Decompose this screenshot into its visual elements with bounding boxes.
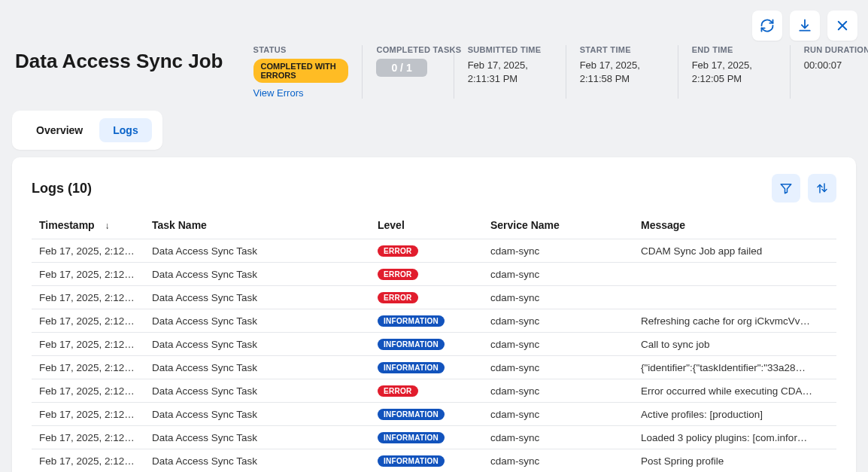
table-row[interactable]: Feb 17, 2025, 2:12:…Data Access Sync Tas… [32, 333, 836, 356]
close-icon [836, 19, 849, 32]
cell-level: INFORMATION [370, 449, 483, 473]
cell-service: cdam-sync [483, 449, 633, 473]
cell-task: Data Access Sync Task [144, 263, 370, 286]
table-row[interactable]: Feb 17, 2025, 2:12:…Data Access Sync Tas… [32, 286, 836, 309]
table-row[interactable]: Feb 17, 2025, 2:12:…Data Access Sync Tas… [32, 356, 836, 379]
cell-message: Active profiles: [production] [633, 403, 836, 426]
cell-message: Post Spring profile [633, 449, 836, 473]
cell-timestamp: Feb 17, 2025, 2:12:… [32, 239, 144, 263]
col-message[interactable]: Message [633, 213, 836, 239]
cell-task: Data Access Sync Task [144, 286, 370, 309]
end-label: END TIME [692, 45, 776, 54]
cell-task: Data Access Sync Task [144, 356, 370, 379]
cell-message: {"identifier":{"taskIdentifier":"33a28… [633, 356, 836, 379]
cell-level: ERROR [370, 286, 483, 309]
tasks-block: COMPLETED TASKS 0 / 1 [363, 45, 454, 99]
cell-service: cdam-sync [483, 333, 633, 356]
table-row[interactable]: Feb 17, 2025, 2:12:…Data Access Sync Tas… [32, 309, 836, 333]
cell-task: Data Access Sync Task [144, 239, 370, 263]
cell-task: Data Access Sync Task [144, 309, 370, 333]
status-label: STATUS [253, 45, 349, 54]
cell-level: INFORMATION [370, 356, 483, 379]
cell-level: ERROR [370, 263, 483, 286]
cell-service: cdam-sync [483, 263, 633, 286]
duration-block: RUN DURATION 00:00:07 [791, 45, 853, 99]
cell-task: Data Access Sync Task [144, 426, 370, 449]
cell-message: Call to sync job [633, 333, 836, 356]
cell-task: Data Access Sync Task [144, 379, 370, 403]
table-row[interactable]: Feb 17, 2025, 2:12:…Data Access Sync Tas… [32, 379, 836, 403]
end-block: END TIME Feb 17, 2025, 2:12:05 PM [678, 45, 791, 99]
level-badge: ERROR [378, 385, 418, 397]
filter-button[interactable] [772, 174, 800, 203]
cell-level: INFORMATION [370, 309, 483, 333]
cell-timestamp: Feb 17, 2025, 2:12:… [32, 356, 144, 379]
cell-service: cdam-sync [483, 286, 633, 309]
logs-card: Logs (10) Timestamp ↓ Task Name Level Se… [12, 157, 856, 472]
cell-task: Data Access Sync Task [144, 333, 370, 356]
status-badge: COMPLETED WITH ERRORS [253, 59, 349, 83]
cell-timestamp: Feb 17, 2025, 2:12:… [32, 309, 144, 333]
table-row[interactable]: Feb 17, 2025, 2:12:…Data Access Sync Tas… [32, 449, 836, 473]
cell-service: cdam-sync [483, 356, 633, 379]
start-block: START TIME Feb 17, 2025, 2:11:58 PM [566, 45, 678, 99]
table-row[interactable]: Feb 17, 2025, 2:12:…Data Access Sync Tas… [32, 426, 836, 449]
sort-arrows-icon [815, 181, 829, 195]
cell-timestamp: Feb 17, 2025, 2:12:… [32, 403, 144, 426]
download-button[interactable] [790, 11, 820, 41]
cell-task: Data Access Sync Task [144, 449, 370, 473]
cell-level: INFORMATION [370, 333, 483, 356]
sort-desc-icon: ↓ [105, 221, 110, 231]
submitted-block: SUBMITTED TIME Feb 17, 2025, 2:11:31 PM [454, 45, 566, 99]
cell-message: Refreshing cache for org iCkvmcVv… [633, 309, 836, 333]
page-title: Data Access Sync Job [15, 45, 223, 73]
refresh-button[interactable] [752, 11, 782, 41]
duration-value: 00:00:07 [804, 59, 853, 72]
level-badge: INFORMATION [378, 455, 445, 467]
start-value: Feb 17, 2025, 2:11:58 PM [580, 59, 664, 85]
col-level[interactable]: Level [370, 213, 483, 239]
cell-level: ERROR [370, 239, 483, 263]
level-badge: INFORMATION [378, 409, 445, 420]
col-service[interactable]: Service Name [483, 213, 633, 239]
cell-timestamp: Feb 17, 2025, 2:12:… [32, 286, 144, 309]
cell-service: cdam-sync [483, 239, 633, 263]
cell-task: Data Access Sync Task [144, 403, 370, 426]
cell-timestamp: Feb 17, 2025, 2:12:… [32, 333, 144, 356]
cell-service: cdam-sync [483, 426, 633, 449]
cell-message: Error occurred while executing CDA… [633, 379, 836, 403]
start-label: START TIME [580, 45, 664, 54]
table-row[interactable]: Feb 17, 2025, 2:12:…Data Access Sync Tas… [32, 403, 836, 426]
filter-icon [779, 181, 793, 195]
col-timestamp[interactable]: Timestamp ↓ [32, 213, 144, 239]
tasks-count: 0 / 1 [376, 59, 426, 77]
level-badge: INFORMATION [378, 432, 445, 443]
col-timestamp-label: Timestamp [39, 219, 95, 231]
cell-level: INFORMATION [370, 403, 483, 426]
logs-title: Logs (10) [32, 181, 92, 196]
logs-table: Timestamp ↓ Task Name Level Service Name… [32, 213, 836, 472]
cell-level: ERROR [370, 379, 483, 403]
tabs: Overview Logs [12, 111, 162, 150]
level-badge: ERROR [378, 292, 418, 303]
cell-message: CDAM Sync Job app failed [633, 239, 836, 263]
status-block: STATUS COMPLETED WITH ERRORS View Errors [253, 45, 363, 99]
tasks-label: COMPLETED TASKS [376, 45, 439, 54]
cell-timestamp: Feb 17, 2025, 2:12:… [32, 449, 144, 473]
cell-timestamp: Feb 17, 2025, 2:12:… [32, 263, 144, 286]
col-task[interactable]: Task Name [144, 213, 370, 239]
tab-overview[interactable]: Overview [23, 118, 96, 142]
view-errors-link[interactable]: View Errors [253, 87, 349, 99]
close-button[interactable] [827, 11, 857, 41]
job-header: Data Access Sync Job STATUS COMPLETED WI… [0, 41, 868, 106]
cell-service: cdam-sync [483, 379, 633, 403]
table-row[interactable]: Feb 17, 2025, 2:12:…Data Access Sync Tas… [32, 263, 836, 286]
refresh-icon [760, 18, 775, 33]
sort-button[interactable] [808, 174, 836, 203]
table-row[interactable]: Feb 17, 2025, 2:12:…Data Access Sync Tas… [32, 239, 836, 263]
tab-logs[interactable]: Logs [99, 118, 151, 142]
level-badge: INFORMATION [378, 362, 445, 373]
level-badge: INFORMATION [378, 315, 445, 327]
cell-level: INFORMATION [370, 426, 483, 449]
cell-timestamp: Feb 17, 2025, 2:12:… [32, 379, 144, 403]
